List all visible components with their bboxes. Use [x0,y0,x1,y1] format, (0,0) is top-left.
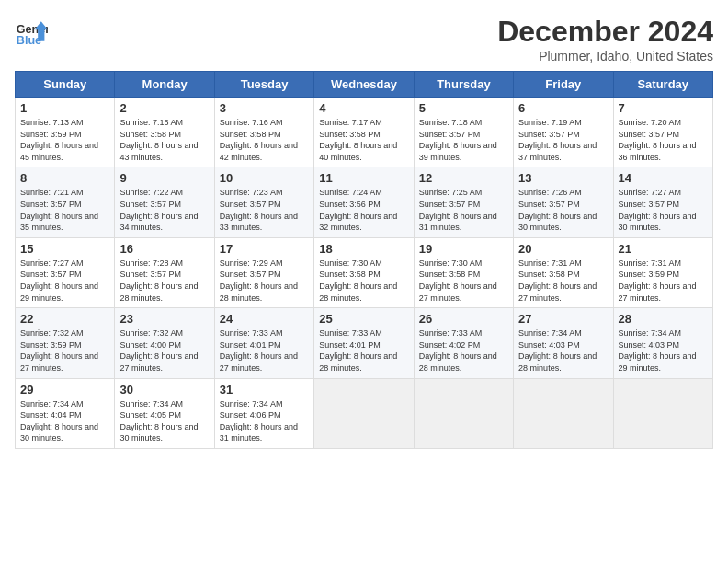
calendar-cell: 29Sunrise: 7:34 AMSunset: 4:04 PMDayligh… [16,378,115,448]
day-info: Sunrise: 7:13 AMSunset: 3:59 PMDaylight:… [20,117,109,163]
day-info: Sunrise: 7:29 AMSunset: 3:57 PMDaylight:… [220,258,309,304]
calendar-cell: 28Sunrise: 7:34 AMSunset: 4:03 PMDayligh… [613,308,712,378]
calendar-cell: 1Sunrise: 7:13 AMSunset: 3:59 PMDaylight… [16,98,115,167]
calendar-cell: 7Sunrise: 7:20 AMSunset: 3:57 PMDaylight… [613,98,712,167]
day-info: Sunrise: 7:34 AMSunset: 4:03 PMDaylight:… [518,327,608,373]
calendar-cell: 18Sunrise: 7:30 AMSunset: 3:58 PMDayligh… [314,237,414,307]
calendar-cell: 17Sunrise: 7:29 AMSunset: 3:57 PMDayligh… [214,237,313,307]
column-header-friday: Friday [514,72,613,98]
day-number: 7 [619,101,708,115]
calendar-cell: 9Sunrise: 7:22 AMSunset: 3:57 PMDaylight… [115,167,214,237]
calendar-cell [414,378,513,448]
day-info: Sunrise: 7:34 AMSunset: 4:06 PMDaylight:… [220,398,309,444]
day-number: 25 [319,312,408,326]
calendar-cell: 27Sunrise: 7:34 AMSunset: 4:03 PMDayligh… [514,308,613,378]
day-info: Sunrise: 7:19 AMSunset: 3:57 PMDaylight:… [518,117,608,163]
calendar-cell: 12Sunrise: 7:25 AMSunset: 3:57 PMDayligh… [414,167,513,237]
calendar-cell [314,378,414,448]
day-number: 23 [119,312,209,326]
day-info: Sunrise: 7:24 AMSunset: 3:56 PMDaylight:… [319,187,408,233]
day-info: Sunrise: 7:34 AMSunset: 4:03 PMDaylight:… [619,327,708,373]
day-info: Sunrise: 7:22 AMSunset: 3:57 PMDaylight:… [119,187,209,233]
day-info: Sunrise: 7:15 AMSunset: 3:58 PMDaylight:… [119,117,209,163]
calendar-cell: 30Sunrise: 7:34 AMSunset: 4:05 PMDayligh… [115,378,214,448]
calendar-table: SundayMondayTuesdayWednesdayThursdayFrid… [15,71,713,449]
day-info: Sunrise: 7:23 AMSunset: 3:57 PMDaylight:… [220,187,309,233]
calendar-cell: 25Sunrise: 7:33 AMSunset: 4:01 PMDayligh… [314,308,414,378]
day-number: 11 [319,171,408,185]
calendar-week-row: 29Sunrise: 7:34 AMSunset: 4:04 PMDayligh… [16,378,713,448]
column-header-thursday: Thursday [414,72,513,98]
calendar-cell: 13Sunrise: 7:26 AMSunset: 3:57 PMDayligh… [514,167,613,237]
calendar-cell: 26Sunrise: 7:33 AMSunset: 4:02 PMDayligh… [414,308,513,378]
calendar-cell: 4Sunrise: 7:17 AMSunset: 3:58 PMDaylight… [314,98,414,167]
calendar-cell: 22Sunrise: 7:32 AMSunset: 3:59 PMDayligh… [16,308,115,378]
calendar-cell: 14Sunrise: 7:27 AMSunset: 3:57 PMDayligh… [613,167,712,237]
day-number: 13 [518,171,608,185]
day-number: 12 [419,171,508,185]
day-number: 28 [619,312,708,326]
column-header-saturday: Saturday [613,72,712,98]
day-number: 31 [220,383,309,396]
calendar-cell: 21Sunrise: 7:31 AMSunset: 3:59 PMDayligh… [613,237,712,307]
day-number: 5 [419,101,508,115]
calendar-header-row: SundayMondayTuesdayWednesdayThursdayFrid… [16,72,713,98]
day-number: 21 [619,242,708,256]
title-area: December 2024 Plummer, Idaho, United Sta… [497,15,713,63]
day-number: 30 [119,383,209,396]
calendar-week-row: 8Sunrise: 7:21 AMSunset: 3:57 PMDaylight… [16,167,713,237]
day-number: 26 [419,312,508,326]
day-number: 15 [20,242,109,256]
day-number: 2 [119,101,209,115]
day-info: Sunrise: 7:31 AMSunset: 3:59 PMDaylight:… [619,258,708,304]
calendar-week-row: 1Sunrise: 7:13 AMSunset: 3:59 PMDaylight… [16,98,713,167]
day-number: 3 [220,101,309,115]
day-number: 29 [20,383,109,396]
day-info: Sunrise: 7:17 AMSunset: 3:58 PMDaylight:… [319,117,408,163]
page-header: General Blue December 2024 Plummer, Idah… [15,15,713,63]
column-header-monday: Monday [115,72,214,98]
svg-text:Blue: Blue [17,34,41,47]
day-number: 8 [20,171,109,185]
day-info: Sunrise: 7:33 AMSunset: 4:01 PMDaylight:… [319,327,408,373]
month-title: December 2024 [497,15,713,49]
logo-icon: General Blue [15,15,48,48]
day-info: Sunrise: 7:18 AMSunset: 3:57 PMDaylight:… [419,117,508,163]
logo: General Blue [15,15,48,48]
calendar-cell: 2Sunrise: 7:15 AMSunset: 3:58 PMDaylight… [115,98,214,167]
day-info: Sunrise: 7:27 AMSunset: 3:57 PMDaylight:… [619,187,708,233]
day-number: 16 [119,242,209,256]
day-number: 6 [518,101,608,115]
day-info: Sunrise: 7:27 AMSunset: 3:57 PMDaylight:… [20,258,109,304]
day-number: 4 [319,101,408,115]
calendar-cell: 31Sunrise: 7:34 AMSunset: 4:06 PMDayligh… [214,378,313,448]
calendar-week-row: 15Sunrise: 7:27 AMSunset: 3:57 PMDayligh… [16,237,713,307]
day-info: Sunrise: 7:21 AMSunset: 3:57 PMDaylight:… [20,187,109,233]
day-info: Sunrise: 7:28 AMSunset: 3:57 PMDaylight:… [119,258,209,304]
day-number: 18 [319,242,408,256]
calendar-cell [613,378,712,448]
day-info: Sunrise: 7:32 AMSunset: 4:00 PMDaylight:… [119,327,209,373]
day-info: Sunrise: 7:31 AMSunset: 3:58 PMDaylight:… [518,258,608,304]
day-info: Sunrise: 7:25 AMSunset: 3:57 PMDaylight:… [419,187,508,233]
calendar-cell: 5Sunrise: 7:18 AMSunset: 3:57 PMDaylight… [414,98,513,167]
day-info: Sunrise: 7:33 AMSunset: 4:01 PMDaylight:… [220,327,309,373]
day-number: 9 [119,171,209,185]
day-number: 27 [518,312,608,326]
calendar-cell: 10Sunrise: 7:23 AMSunset: 3:57 PMDayligh… [214,167,313,237]
day-number: 1 [20,101,109,115]
location-title: Plummer, Idaho, United States [497,49,713,63]
calendar-cell: 6Sunrise: 7:19 AMSunset: 3:57 PMDaylight… [514,98,613,167]
day-info: Sunrise: 7:30 AMSunset: 3:58 PMDaylight:… [319,258,408,304]
day-info: Sunrise: 7:32 AMSunset: 3:59 PMDaylight:… [20,327,109,373]
column-header-wednesday: Wednesday [314,72,414,98]
day-info: Sunrise: 7:33 AMSunset: 4:02 PMDaylight:… [419,327,508,373]
calendar-cell: 24Sunrise: 7:33 AMSunset: 4:01 PMDayligh… [214,308,313,378]
column-header-sunday: Sunday [16,72,115,98]
day-number: 20 [518,242,608,256]
day-info: Sunrise: 7:20 AMSunset: 3:57 PMDaylight:… [619,117,708,163]
calendar-cell: 11Sunrise: 7:24 AMSunset: 3:56 PMDayligh… [314,167,414,237]
calendar-cell: 3Sunrise: 7:16 AMSunset: 3:58 PMDaylight… [214,98,313,167]
column-header-tuesday: Tuesday [214,72,313,98]
day-number: 10 [220,171,309,185]
